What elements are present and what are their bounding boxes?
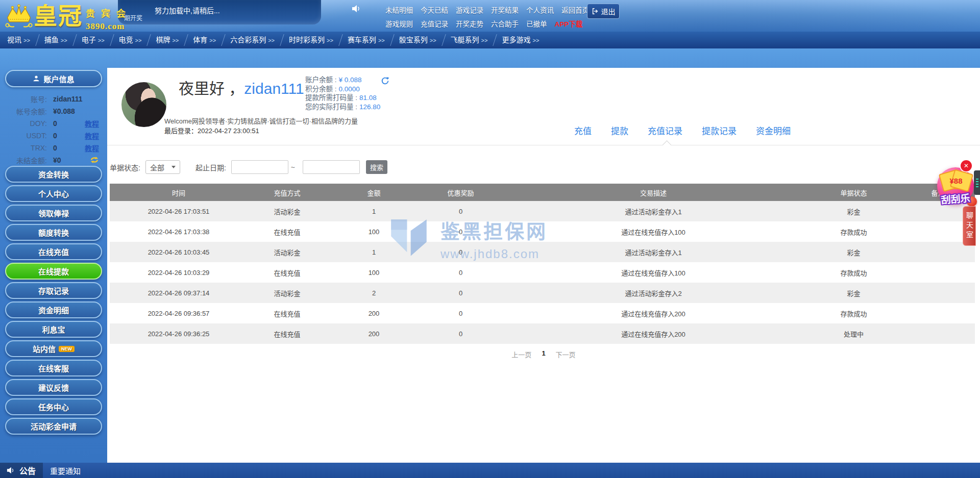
sidebar-menu-button[interactable]: 个人中心	[5, 185, 102, 202]
logout-button[interactable]: 退出	[587, 4, 620, 19]
prev-page-link[interactable]: 上一页	[511, 349, 531, 359]
date-from-input[interactable]	[231, 160, 288, 174]
main-content: 夜里好 ，zidan111 账户余额 : ¥ 0.088 积分余额 : 0.00…	[107, 68, 980, 463]
table-row: 2022-04-26 09:36:25在线充值2000通过在线充值存入200处理…	[110, 323, 975, 344]
tab[interactable]: 充值记录	[648, 124, 682, 137]
account-field-row: 帐号余额: ¥0.088	[0, 107, 107, 115]
tab[interactable]: 资金明细	[756, 124, 791, 137]
game-nav-item[interactable]: 电竞>>	[112, 32, 149, 48]
site-logo: 皇冠 贵宾会 3890.com	[4, 1, 132, 33]
logo-domain: 3890.com	[86, 21, 132, 32]
header-nav-link[interactable]: 开奖走势	[456, 18, 483, 29]
active-tab-caret	[662, 140, 671, 149]
scratch-card-promo[interactable]: ¥88 刮刮乐	[937, 167, 974, 204]
header-nav-link[interactable]: 开奖结果	[491, 5, 519, 15]
date-to-input[interactable]	[303, 160, 360, 174]
status-select[interactable]: 全部	[145, 160, 180, 174]
sidebar-menu-button[interactable]: 存取记录	[5, 282, 102, 299]
speaker-icon	[6, 466, 15, 474]
header-nav-link[interactable]: 已撤单	[526, 18, 547, 29]
welcome-slogan: Welcome网投领导者·实力铸就品牌·诚信打造一切·相信品牌的力量	[164, 116, 358, 125]
game-nav-item[interactable]: 视讯>>	[0, 32, 37, 48]
current-page[interactable]: 1	[542, 349, 545, 359]
table-header-cell: 优惠奖励	[421, 188, 500, 197]
account-info-button[interactable]: 账户信息	[5, 70, 102, 87]
tab[interactable]: 提款记录	[702, 124, 737, 137]
field-label: 账号:	[0, 94, 47, 104]
refresh-icon[interactable]	[90, 156, 99, 164]
sidebar-menu-button[interactable]: 资金明细	[5, 301, 102, 318]
account-field-row: USDT: 0 教程	[0, 131, 107, 140]
balance-line: 您的实际打码量 : 126.80	[305, 103, 380, 112]
double-arrow: >>	[268, 37, 275, 43]
sidebar-menu-button[interactable]: 利息宝	[5, 321, 102, 338]
sidebar-menu-button[interactable]: 领取俸禄	[5, 205, 102, 221]
game-nav-item[interactable]: 赛车系列>>	[340, 32, 392, 48]
game-nav-item[interactable]: 更多游戏>>	[495, 32, 546, 48]
header-nav: 未结明细今天已结游戏记录开奖结果个人资讯返回首页 游戏规则充值记录开奖走势六合助…	[385, 5, 590, 32]
balance-refresh-icon[interactable]	[381, 77, 389, 85]
tab[interactable]: 充值	[574, 124, 592, 137]
table-row: 2022-04-26 09:36:57在线充值2000通过在线充值存入200存款…	[110, 303, 975, 323]
pagination: 上一页 1 下一页	[107, 349, 980, 359]
double-arrow: >>	[61, 37, 67, 43]
sidebar-menu-button[interactable]: 建议反馈	[5, 379, 102, 396]
announcement-text[interactable]: 重要通知	[50, 465, 81, 476]
header-nav-row2: 游戏规则充值记录开奖走势六合助手已撤单 APP下载	[385, 18, 590, 29]
sidebar-menu-button[interactable]: 在线提款	[5, 263, 102, 280]
double-arrow: >>	[135, 37, 142, 43]
filter-bar: 单据状态: 全部 起止日期: ~ 搜索	[110, 160, 387, 174]
header-nav-link[interactable]: 游戏记录	[456, 5, 483, 15]
game-nav-item[interactable]: 棋牌>>	[149, 32, 186, 48]
app-download-link[interactable]: APP下载	[555, 18, 583, 29]
loading-text: 努力加载中,请稍后...	[155, 5, 220, 15]
sidebar-menu-button[interactable]: 活动彩金申请	[5, 418, 102, 435]
game-nav-item[interactable]: 时时彩系列>>	[282, 32, 340, 48]
tab[interactable]: 提款	[611, 124, 628, 137]
table-header-cell: 单据状态	[806, 188, 901, 197]
chat-room-tab[interactable]: 聊天室	[963, 206, 976, 246]
header-nav-link[interactable]: 充值记录	[421, 18, 448, 29]
header-nav-link[interactable]: 游戏规则	[385, 18, 413, 29]
account-field-row: TRX: 0 教程	[0, 143, 107, 152]
last-login: 最后登录：2022-04-27 23:00:51	[164, 125, 259, 135]
chat-collapse-handle[interactable]	[974, 170, 980, 195]
logout-label: 退出	[601, 6, 616, 16]
field-label: DOY:	[0, 119, 47, 128]
header-nav-link[interactable]: 今天已结	[421, 5, 448, 15]
next-page-link[interactable]: 下一页	[556, 349, 576, 359]
game-nav-item[interactable]: 电子>>	[75, 32, 112, 48]
header-nav-link[interactable]: 未结明细	[385, 5, 413, 15]
field-label: TRX:	[0, 144, 47, 152]
search-button[interactable]: 搜索	[366, 160, 387, 174]
person-icon	[33, 75, 40, 82]
logo-subtitle: 贵宾会	[86, 6, 132, 19]
game-nav-item[interactable]: 骰宝系列>>	[392, 32, 444, 48]
sidebar-menu-button[interactable]: 站内信 NEW	[5, 340, 102, 357]
close-icon[interactable]: ✕	[961, 160, 972, 171]
game-nav-item[interactable]: 飞艇系列>>	[444, 32, 495, 48]
footer-bar: 公告 重要通知	[0, 463, 980, 478]
game-nav-item[interactable]: 体育>>	[186, 32, 223, 48]
double-arrow: >>	[378, 37, 385, 43]
records-table: 时间充值方式金额优惠奖励交易描述单据状态备注 2022-04-26 17:03:…	[110, 184, 975, 344]
tutorial-link[interactable]: 教程	[85, 118, 99, 129]
header-nav-link[interactable]: 个人资讯	[526, 5, 554, 15]
sidebar-menu-button[interactable]: 在线客服	[5, 360, 102, 376]
sidebar-menu-button[interactable]: 在线充值	[5, 243, 102, 260]
tutorial-link[interactable]: 教程	[85, 131, 99, 141]
tutorial-link[interactable]: 教程	[85, 143, 99, 153]
game-nav-item[interactable]: 捕鱼>>	[37, 32, 75, 48]
table-row: 2022-04-26 17:03:38在线充值1000通过在线充值存入100存款…	[110, 221, 975, 242]
header-nav-link[interactable]: 返回首页	[561, 5, 589, 15]
balance-block: 账户余额 : ¥ 0.088 积分余额 : 0.0000 提款所需打码量 : 8…	[305, 76, 380, 111]
header-nav-link[interactable]: 六合助手	[491, 18, 519, 29]
table-header-row: 时间充值方式金额优惠奖励交易描述单据状态备注	[110, 184, 975, 201]
sidebar-menu-button[interactable]: 任务中心	[5, 398, 102, 415]
game-nav-item[interactable]: 六合彩系列>>	[223, 32, 282, 48]
table-row: 2022-04-26 10:03:29在线充值1000通过在线充值存入100存款…	[110, 262, 975, 283]
sidebar-menu-button[interactable]: 额度转换	[5, 224, 102, 241]
table-row: 2022-04-26 09:37:14活动彩金20通过活动彩金存入2彩金	[110, 283, 975, 303]
status-filter-label: 单据状态:	[110, 162, 140, 172]
sidebar-menu-button[interactable]: 资金转换	[5, 166, 102, 183]
